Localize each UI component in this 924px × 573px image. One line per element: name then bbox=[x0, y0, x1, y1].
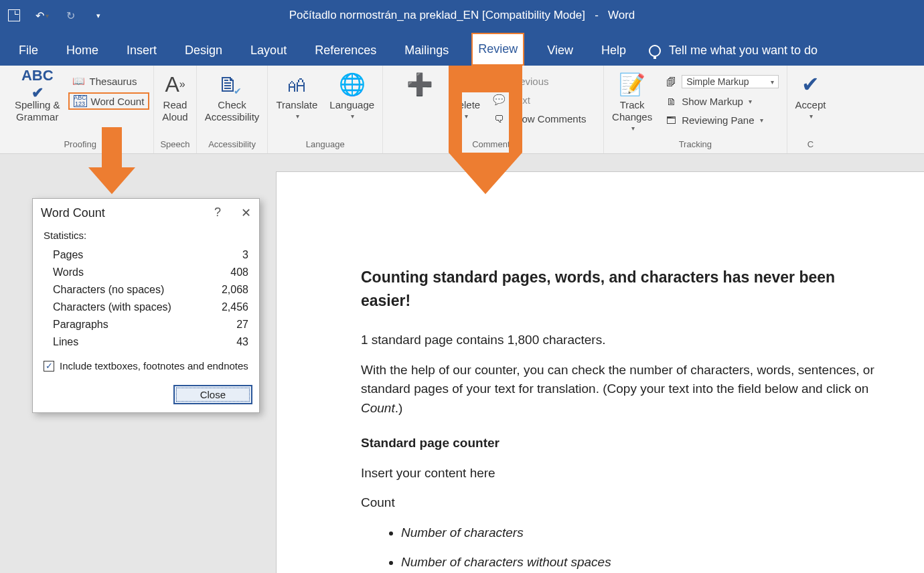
chevron-down-icon: ▾ bbox=[760, 116, 763, 124]
language-button[interactable]: 🌐 Language ▾ bbox=[325, 70, 378, 122]
spellcheck-icon: ABC✔ bbox=[21, 71, 54, 98]
word-count-dialog: Word Count ? ✕ Statistics: Pages3 Words4… bbox=[32, 198, 260, 413]
check-accessibility-button[interactable]: 🗎✔ Check Accessibility bbox=[201, 70, 264, 125]
group-language: 🗚 Translate ▾ 🌐 Language ▾ Language bbox=[268, 66, 383, 153]
tab-review[interactable]: Review bbox=[471, 33, 524, 66]
group-accessibility: 🗎✔ Check Accessibility Accessibility bbox=[197, 66, 268, 153]
lightbulb-icon bbox=[649, 45, 661, 57]
doc-paragraph: Insert your content here bbox=[361, 464, 879, 483]
markup-mode-select[interactable]: 🗐 Simple Markup ▾ bbox=[660, 74, 782, 90]
chevron-down-icon: ▾ bbox=[296, 112, 299, 120]
dialog-title: Word Count bbox=[41, 206, 105, 220]
tab-home[interactable]: Home bbox=[61, 35, 104, 66]
tell-me-label: Tell me what you want to do bbox=[669, 44, 818, 58]
markup-icon: 🗐 bbox=[664, 76, 678, 88]
stat-row: Lines43 bbox=[44, 333, 248, 351]
show-markup-icon: 🗎 bbox=[664, 95, 678, 107]
doc-bullet-list: Number of characters Number of character… bbox=[401, 523, 879, 574]
document-content[interactable]: Counting standard pages, words, and char… bbox=[277, 172, 893, 573]
track-changes-button[interactable]: 📝 Track Changes ▾ bbox=[608, 70, 656, 134]
stat-row: Words408 bbox=[44, 264, 248, 281]
read-aloud-button[interactable]: A» Read Aloud bbox=[158, 70, 191, 125]
translate-button[interactable]: 🗚 Translate ▾ bbox=[272, 70, 321, 122]
help-icon[interactable]: ? bbox=[214, 206, 221, 220]
reviewing-pane-button[interactable]: 🗔 Reviewing Pane ▾ bbox=[660, 112, 782, 127]
chevron-down-icon: ▾ bbox=[749, 98, 752, 105]
chevron-down-icon: ▾ bbox=[631, 125, 635, 133]
group-tracking: 📝 Track Changes ▾ 🗐 Simple Markup ▾ 🗎 Sh… bbox=[604, 66, 787, 153]
include-textboxes-checkbox[interactable]: ✓ Include textboxes, footnotes and endno… bbox=[44, 360, 248, 372]
accept-button[interactable]: ✔ Accept ▾ bbox=[791, 70, 830, 122]
titlebar: ↶▾ ↻ ▾ Počítadlo normostrán_na preklad_E… bbox=[0, 0, 924, 31]
dialog-titlebar: Word Count ? ✕ bbox=[33, 199, 259, 227]
qat-customize-icon[interactable]: ▾ bbox=[91, 8, 106, 23]
tab-mailings[interactable]: Mailings bbox=[399, 35, 454, 66]
thesaurus-icon: 📖 bbox=[72, 75, 86, 87]
tab-insert[interactable]: Insert bbox=[121, 35, 162, 66]
tab-layout[interactable]: Layout bbox=[245, 35, 292, 66]
new-comment-icon: ➕ bbox=[406, 71, 433, 98]
tab-design[interactable]: Design bbox=[179, 35, 228, 66]
tab-help[interactable]: Help bbox=[596, 35, 631, 66]
tab-view[interactable]: View bbox=[542, 35, 579, 66]
spelling-grammar-button[interactable]: ABC✔ Spelling & Grammar bbox=[11, 70, 64, 125]
group-changes: ✔ Accept ▾ C bbox=[787, 66, 834, 153]
app-title: Word bbox=[608, 9, 635, 21]
doc-paragraph: Count bbox=[361, 493, 879, 513]
accessibility-icon: 🗎✔ bbox=[218, 71, 247, 98]
reviewing-pane-icon: 🗔 bbox=[664, 114, 678, 126]
chevron-down-icon: ▾ bbox=[810, 112, 813, 120]
tell-me[interactable]: Tell me what you want to do bbox=[649, 44, 818, 66]
word-count-icon: ABC123 bbox=[74, 95, 87, 107]
chevron-down-icon: ▾ bbox=[771, 78, 774, 86]
language-icon: 🌐 bbox=[339, 71, 366, 98]
statistics-label: Statistics: bbox=[44, 230, 248, 241]
window-title: Počítadlo normostrán_na preklad_EN [Comp… bbox=[0, 9, 924, 22]
ribbon-tabs: File Home Insert Design Layout Reference… bbox=[0, 31, 924, 66]
new-comment-button[interactable]: ➕ bbox=[396, 70, 443, 112]
annotation-arrow-review bbox=[449, 66, 522, 194]
document-page: Counting standard pages, words, and char… bbox=[276, 171, 924, 573]
thesaurus-button[interactable]: 📖 Thesaurus bbox=[68, 74, 150, 88]
group-speech: A» Read Aloud Speech bbox=[154, 66, 196, 153]
annotation-arrow-wordcount bbox=[88, 127, 135, 194]
accept-icon: ✔ bbox=[801, 71, 820, 98]
track-changes-icon: 📝 bbox=[619, 71, 645, 98]
doc-title: Počítadlo normostrán_na preklad_EN [Comp… bbox=[289, 9, 585, 21]
svg-marker-0 bbox=[88, 127, 135, 194]
translate-icon: 🗚 bbox=[286, 71, 307, 98]
word-count-button[interactable]: ABC123 Word Count bbox=[68, 92, 150, 110]
close-button[interactable]: Close bbox=[173, 385, 252, 404]
doc-subheading: Standard page counter bbox=[361, 434, 879, 453]
undo-icon[interactable]: ↶▾ bbox=[35, 8, 50, 23]
redo-icon[interactable]: ↻ bbox=[63, 8, 78, 23]
doc-paragraph: 1 standard page contains 1,800 character… bbox=[361, 331, 879, 350]
tab-file[interactable]: File bbox=[13, 35, 44, 66]
stat-row: Paragraphs27 bbox=[44, 316, 248, 333]
doc-heading: Counting standard pages, words, and char… bbox=[361, 266, 879, 312]
doc-paragraph: With the help of our counter, you can ch… bbox=[361, 361, 879, 418]
read-aloud-icon: A» bbox=[165, 71, 185, 98]
svg-marker-1 bbox=[449, 66, 522, 153]
stat-row: Characters (no spaces)2,068 bbox=[44, 281, 248, 299]
save-icon[interactable] bbox=[7, 8, 21, 23]
chevron-down-icon: ▾ bbox=[351, 112, 354, 120]
svg-marker-2 bbox=[449, 153, 522, 194]
list-item: Number of characters bbox=[401, 523, 879, 543]
checkbox-icon: ✓ bbox=[44, 361, 54, 372]
stat-row: Characters (with spaces)2,456 bbox=[44, 299, 248, 316]
show-markup-button[interactable]: 🗎 Show Markup ▾ bbox=[660, 94, 782, 108]
quick-access-toolbar: ↶▾ ↻ ▾ bbox=[7, 8, 106, 23]
close-icon[interactable]: ✕ bbox=[241, 206, 251, 220]
stat-row: Pages3 bbox=[44, 246, 248, 264]
list-item: Number of characters without spaces bbox=[401, 553, 879, 572]
tab-references[interactable]: References bbox=[309, 35, 382, 66]
